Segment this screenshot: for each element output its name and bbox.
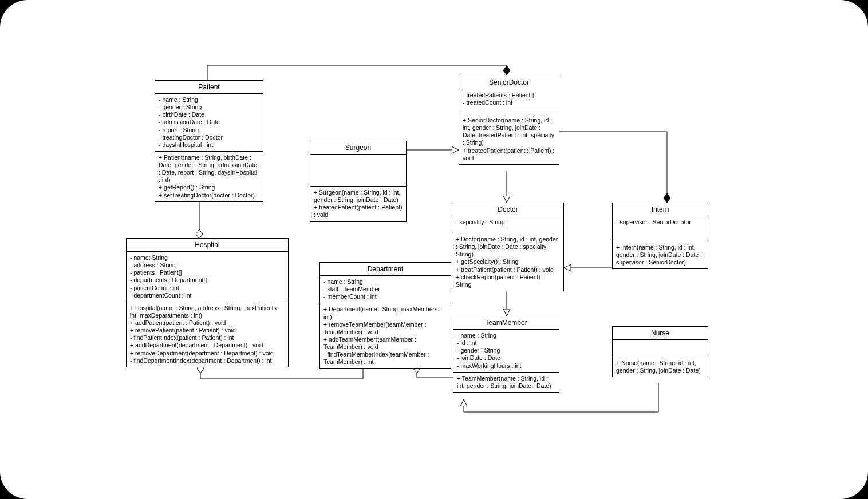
- class-ops: + Nurse(name : String, id : int, gender …: [613, 357, 708, 377]
- class-title: Patient: [155, 81, 263, 94]
- class-attrs: - name : String - id : int - gender : St…: [453, 330, 559, 373]
- class-ops: + Doctor(name : String, id : int, gender…: [452, 233, 563, 291]
- class-seniordoctor[interactable]: SeniorDoctor - treatedPatients : Patient…: [459, 76, 559, 165]
- class-hospital[interactable]: Hospital - name: String - address : Stri…: [126, 238, 289, 367]
- class-department[interactable]: Department - name : String - staff : Tea…: [319, 262, 451, 369]
- class-attrs: - supervisor : SeniorDocotor: [613, 216, 708, 241]
- class-attrs: [613, 340, 708, 357]
- class-title: Doctor: [452, 203, 563, 216]
- class-attrs: - treatedPatients : Patient[] - treatedC…: [459, 89, 559, 114]
- class-title: TeamMember: [453, 316, 559, 330]
- class-ops: + Department(name : String, maxMembers :…: [320, 303, 451, 368]
- class-attrs: - name: String - address : String - pati…: [127, 252, 288, 302]
- class-nurse[interactable]: Nurse + Nurse(name : String, id : int, g…: [612, 326, 708, 377]
- class-ops: + TeamMember(name : String, id : int, ge…: [453, 373, 559, 392]
- class-ops: + Intern(name : String, id : int, gender…: [613, 241, 708, 268]
- class-surgeon[interactable]: Surgeon + Surgeon(name : String, id : in…: [310, 141, 407, 222]
- class-title: Intern: [613, 203, 708, 216]
- class-ops: + Patient(name : String, birthDate : Dat…: [155, 152, 263, 201]
- diagram-canvas: Patient - name : String - gender : Strin…: [0, 0, 868, 499]
- class-intern[interactable]: Intern - supervisor : SeniorDocotor + In…: [612, 203, 708, 269]
- class-title: SeniorDoctor: [459, 76, 559, 89]
- class-patient[interactable]: Patient - name : String - gender : Strin…: [155, 80, 263, 202]
- class-doctor[interactable]: Doctor - sepciality : String + Doctor(na…: [452, 203, 564, 291]
- class-title: Hospital: [127, 239, 288, 252]
- class-title: Surgeon: [310, 141, 406, 155]
- class-attrs: - sepciality : String: [452, 216, 563, 233]
- class-attrs: [310, 155, 406, 187]
- class-title: Department: [320, 263, 451, 276]
- class-attrs: - name : String - gender : String - birt…: [155, 94, 263, 152]
- class-attrs: - name : String - staff : TeamMember - m…: [320, 276, 451, 303]
- class-ops: + SeniorDoctor(name : String, id : int, …: [459, 114, 559, 164]
- class-title: Nurse: [613, 327, 708, 340]
- class-ops: + Surgeon(name : String, id : int, gende…: [310, 187, 406, 221]
- class-teammember[interactable]: TeamMember - name : String - id : int - …: [453, 316, 559, 393]
- class-ops: + Hospital(name : String, address : Stri…: [127, 302, 288, 367]
